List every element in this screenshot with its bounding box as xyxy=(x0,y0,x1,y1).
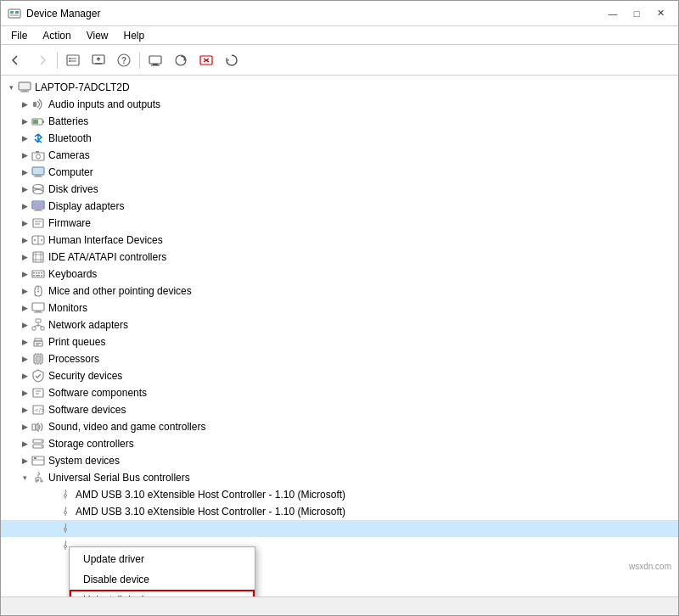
tree-item-usb[interactable]: ▾ Universal Serial Bus controllers xyxy=(1,469,678,486)
svg-line-71 xyxy=(38,325,42,327)
svg-rect-59 xyxy=(36,275,40,277)
uninstall-button[interactable] xyxy=(194,48,218,72)
svg-point-47 xyxy=(41,239,42,241)
tree-item-system[interactable]: ▶ System devices xyxy=(1,452,678,469)
monitors-label: Monitors xyxy=(48,302,87,314)
menu-action[interactable]: Action xyxy=(36,28,77,43)
keyboards-expand-icon: ▶ xyxy=(18,267,31,281)
svg-point-36 xyxy=(33,190,43,194)
tree-item-ide[interactable]: ▶ IDE ATA/ATAPI controllers xyxy=(1,249,678,266)
context-menu-disable[interactable]: Disable device xyxy=(70,569,255,590)
svg-rect-4 xyxy=(67,55,79,65)
maximize-button[interactable]: □ xyxy=(626,5,648,22)
update-driver-button[interactable] xyxy=(87,48,110,72)
computer-expand-icon: ▶ xyxy=(18,165,31,179)
keyboards-label: Keyboards xyxy=(48,268,97,280)
svg-rect-23 xyxy=(33,102,36,107)
usb1-label: AMD USB 3.10 eXtensible Host Controller … xyxy=(76,489,345,501)
context-menu-uninstall[interactable]: Uninstall device xyxy=(70,590,255,596)
tree-item-display[interactable]: ▶ Display adapters xyxy=(1,198,678,215)
svg-rect-48 xyxy=(33,252,43,262)
svg-point-98 xyxy=(65,512,67,514)
properties-button[interactable] xyxy=(61,48,85,72)
tree-item-disk[interactable]: ▶ Disk drives xyxy=(1,181,678,198)
tree-item-network[interactable]: ▶ Network adapters xyxy=(1,316,678,333)
disk-expand-icon: ▶ xyxy=(18,182,31,196)
tree-item-keyboards[interactable]: ▶ Keyboards xyxy=(1,266,678,283)
scan-hw-button[interactable] xyxy=(220,48,244,72)
display-label: Display adapters xyxy=(48,200,124,212)
tree-item-bluetooth[interactable]: ▶ Bluetooth xyxy=(1,130,678,147)
content-area[interactable]: ▾ LAPTOP-7ADCLT2D ▶ xyxy=(1,76,678,596)
tree-item-monitors[interactable]: ▶ Monitors xyxy=(1,300,678,316)
tree-item-computer[interactable]: ▶ Computer xyxy=(1,164,678,181)
svg-rect-53 xyxy=(32,271,44,277)
tree-root[interactable]: ▾ LAPTOP-7ADCLT2D xyxy=(1,79,678,96)
window-controls: — □ ✕ xyxy=(602,5,671,22)
ide-label: IDE ATA/ATAPI controllers xyxy=(48,251,166,263)
storage-expand-icon: ▶ xyxy=(18,437,31,451)
tree-item-storage[interactable]: ▶ Storage controllers xyxy=(1,435,678,452)
softwaredev-expand-icon: ▶ xyxy=(18,403,31,417)
title-bar-left: Device Manager xyxy=(8,7,100,20)
root-label: LAPTOP-7ADCLT2D xyxy=(35,81,130,93)
minimize-button[interactable]: — xyxy=(602,5,624,22)
root-expand-icon: ▾ xyxy=(4,81,18,94)
svg-rect-67 xyxy=(32,327,36,330)
tree-item-mice[interactable]: ▶ Mice and other pointing devices xyxy=(1,283,678,300)
menu-view[interactable]: View xyxy=(80,28,115,43)
svg-rect-77 xyxy=(36,356,41,361)
tree-item-softwaredev[interactable]: ▶ </> Software devices xyxy=(1,401,678,418)
mouse-icon xyxy=(31,284,45,298)
tree-item-audio[interactable]: ▶ Audio inputs and outputs xyxy=(1,96,678,113)
firmware-expand-icon: ▶ xyxy=(18,216,31,230)
svg-rect-13 xyxy=(149,56,161,64)
tree-item-usb3[interactable] xyxy=(1,520,678,537)
tree-item-batteries[interactable]: ▶ Batteries xyxy=(1,113,678,130)
processors-label: Processors xyxy=(48,353,99,365)
menu-help[interactable]: Help xyxy=(117,28,152,43)
tree-item-cameras[interactable]: ▶ Cameras xyxy=(1,147,678,164)
menu-file[interactable]: File xyxy=(4,28,34,43)
hid-label: Human Interface Devices xyxy=(48,234,163,246)
cameras-label: Cameras xyxy=(48,149,90,161)
tree-item-firmware[interactable]: ▶ Firmware xyxy=(1,215,678,232)
tree-item-sound[interactable]: ▶ Sound, video and game controllers xyxy=(1,418,678,435)
help-button[interactable]: ? xyxy=(112,48,136,72)
usb4-spacer xyxy=(45,539,59,552)
context-menu-update[interactable]: Update driver xyxy=(70,549,255,569)
system-icon xyxy=(31,454,45,468)
computer-label: Computer xyxy=(48,166,93,178)
svg-text:</>: </> xyxy=(35,406,45,414)
svg-point-46 xyxy=(34,239,36,241)
tree-item-softwarecomp[interactable]: ▶ Software components xyxy=(1,384,678,401)
tree-item-print[interactable]: ▶ Print queues xyxy=(1,333,678,350)
batteries-label: Batteries xyxy=(48,115,88,127)
svg-rect-84 xyxy=(33,389,43,397)
tree-item-hid[interactable]: ▶ Human Interface Devices xyxy=(1,232,678,249)
svg-rect-66 xyxy=(36,319,41,322)
svg-rect-30 xyxy=(32,167,44,175)
back-button[interactable] xyxy=(4,48,28,72)
tree-item-security[interactable]: ▶ Security devices xyxy=(1,367,678,384)
forward-button[interactable] xyxy=(30,48,53,72)
sound-label: Sound, video and game controllers xyxy=(48,421,205,433)
svg-point-99 xyxy=(65,529,67,531)
security-expand-icon: ▶ xyxy=(18,369,31,383)
tree-item-usb1[interactable]: AMD USB 3.10 eXtensible Host Controller … xyxy=(1,486,678,503)
sound-icon xyxy=(31,420,45,434)
svg-rect-0 xyxy=(8,9,20,18)
softwaredev-label: Software devices xyxy=(48,404,126,416)
usb-expand-icon: ▾ xyxy=(18,471,31,484)
audio-icon xyxy=(31,98,45,111)
sound-expand-icon: ▶ xyxy=(18,420,31,434)
storage-icon xyxy=(31,437,45,451)
firmware-label: Firmware xyxy=(48,217,91,229)
svg-rect-75 xyxy=(36,344,39,345)
tree-item-usb2[interactable]: AMD USB 3.10 eXtensible Host Controller … xyxy=(1,503,678,520)
scan-button[interactable] xyxy=(169,48,193,72)
close-button[interactable]: ✕ xyxy=(649,5,671,22)
svg-rect-26 xyxy=(33,120,38,124)
tree-item-processors[interactable]: ▶ Processors xyxy=(1,350,678,367)
computer-view-button[interactable] xyxy=(143,48,167,72)
